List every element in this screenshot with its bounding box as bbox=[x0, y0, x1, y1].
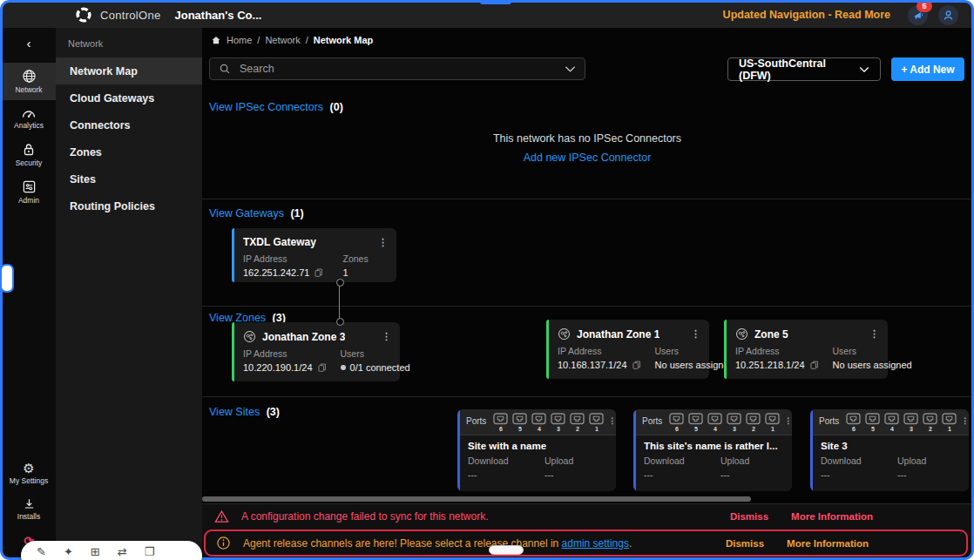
copy-icon[interactable] bbox=[314, 267, 323, 278]
rail-item-network[interactable]: Network bbox=[2, 63, 56, 100]
site-accent-bar bbox=[457, 409, 460, 491]
zone-ip: 10.251.218.1/24 bbox=[735, 360, 805, 370]
view-sites-link[interactable]: View Sites bbox=[209, 406, 260, 418]
org-name[interactable]: Jonathan's Co... bbox=[174, 9, 261, 22]
site-card[interactable]: Ports 6 5 4 3 2 1 ⋮ Site 3 Download Uplo… bbox=[810, 409, 969, 491]
sidebar-item-cloud-gateways[interactable]: Cloud Gateways bbox=[56, 84, 202, 111]
rail-item-admin[interactable]: Admin bbox=[2, 173, 56, 211]
kebab-menu-icon[interactable]: ⋮ bbox=[382, 332, 391, 341]
more-information-button[interactable]: More Information bbox=[787, 538, 869, 549]
selection-handle-left[interactable] bbox=[0, 264, 14, 293]
download-label: Download bbox=[468, 455, 544, 466]
collapse-sidebar-button[interactable]: ‹ bbox=[2, 28, 56, 56]
chevron-down-icon[interactable] bbox=[565, 65, 576, 73]
top-bar: ControlOne Jonathan's Co... Updated Navi… bbox=[2, 2, 972, 28]
ports-label: Ports bbox=[642, 416, 662, 426]
gateways-count: (1) bbox=[290, 207, 303, 219]
gateway-card[interactable]: TXDL Gateway ⋮ IP Address Zones 162.251.… bbox=[232, 228, 396, 282]
rail-item-installs[interactable]: Installs bbox=[17, 491, 40, 527]
section-divider bbox=[202, 396, 972, 397]
updated-navigation-link[interactable]: Updated Navigation - Read More bbox=[723, 9, 890, 21]
rail-label: Installs bbox=[17, 512, 40, 521]
ethernet-port-icon: 1 bbox=[942, 413, 957, 432]
gateway-accent-bar bbox=[232, 228, 234, 282]
copy-icon[interactable] bbox=[809, 360, 819, 370]
selection-handle-top[interactable] bbox=[480, 0, 511, 4]
kebab-menu-icon[interactable]: ⋮ bbox=[784, 416, 792, 425]
user-account-button[interactable] bbox=[938, 5, 958, 25]
warning-triangle-icon bbox=[214, 509, 229, 523]
add-new-button[interactable]: + Add New bbox=[891, 57, 964, 81]
upload-value: --- bbox=[720, 469, 783, 480]
gateway-name: TXDL Gateway bbox=[243, 236, 316, 248]
ipsec-count: (0) bbox=[330, 101, 343, 113]
copy-icon[interactable] bbox=[632, 360, 641, 370]
kebab-menu-icon[interactable]: ⋮ bbox=[869, 329, 879, 339]
users-label: Users bbox=[655, 346, 734, 356]
ethernet-port-icon: 5 bbox=[865, 413, 880, 432]
ip-address-label: IP Address bbox=[735, 346, 819, 356]
zone-card[interactable]: Zone 5 ⋮ IP Address Users 10.251.218.1/2… bbox=[724, 320, 888, 379]
dismiss-button[interactable]: Dismiss bbox=[730, 511, 768, 522]
zone-ip: 10.220.190.1/24 bbox=[243, 362, 313, 373]
rail-item-my-settings[interactable]: ⚙ My Settings bbox=[10, 455, 48, 491]
zone-icon bbox=[558, 327, 571, 341]
chevron-down-icon bbox=[859, 66, 869, 73]
zone-users: No users assigned bbox=[655, 360, 734, 370]
kebab-menu-icon[interactable]: ⋮ bbox=[691, 329, 700, 339]
rail-label: Analytics bbox=[14, 121, 44, 130]
gear-icon: ⚙ bbox=[23, 462, 34, 475]
selection-handle-bottom[interactable] bbox=[489, 545, 524, 555]
notifications-button[interactable]: 5 bbox=[908, 5, 928, 25]
sidebar-item-network-map[interactable]: Network Map bbox=[56, 57, 202, 84]
rail-item-security[interactable]: Security bbox=[2, 136, 56, 173]
site-ports-row: Ports 6 5 4 3 2 1 ⋮ bbox=[633, 409, 792, 435]
view-gateways-link[interactable]: View Gateways bbox=[209, 207, 284, 219]
crop-icon[interactable]: ⊞ bbox=[91, 545, 100, 558]
copy-icon[interactable] bbox=[317, 362, 327, 373]
breadcrumb-separator: / bbox=[257, 35, 260, 45]
admin-settings-link[interactable]: admin settings bbox=[562, 537, 629, 550]
draw-pen-icon[interactable]: ✎ bbox=[37, 545, 46, 558]
sidebar-item-sites[interactable]: Sites bbox=[56, 165, 202, 192]
release-channel-banner: Agent release channels are here! Please … bbox=[204, 530, 968, 557]
view-ipsec-connectors-link[interactable]: View IPSec Connectors bbox=[209, 101, 323, 113]
windows-icon[interactable]: ❐ bbox=[145, 545, 155, 558]
sidebar-item-zones[interactable]: Zones bbox=[56, 138, 202, 165]
zone-card[interactable]: Jonathan Zone 3 ⋮ IP Address Users 10.22… bbox=[232, 322, 400, 381]
ip-address-label: IP Address bbox=[243, 348, 327, 359]
region-dropdown[interactable]: US-SouthCentral (DFW) bbox=[727, 57, 881, 81]
kebab-menu-icon[interactable]: ⋮ bbox=[378, 238, 388, 247]
horizontal-scrollbar[interactable] bbox=[202, 496, 751, 502]
ethernet-port-icon: 5 bbox=[512, 413, 527, 432]
rail-item-analytics[interactable]: Analytics bbox=[2, 100, 56, 136]
kebab-menu-icon[interactable]: ⋮ bbox=[608, 416, 616, 425]
gauge-icon bbox=[21, 106, 37, 119]
more-information-button[interactable]: More Information bbox=[791, 511, 873, 522]
site-ports-row: Ports 6 5 4 3 2 1 ⋮ bbox=[810, 409, 969, 435]
sync-error-banner: A configuration change failed to sync fo… bbox=[202, 506, 972, 527]
sidebar-item-routing-policies[interactable]: Routing Policies bbox=[56, 192, 202, 219]
sparkle-icon[interactable]: ✦ bbox=[64, 545, 73, 558]
breadcrumb-home[interactable]: Home bbox=[227, 35, 252, 45]
site-card[interactable]: Ports 6 5 4 3 2 1 ⋮ This site's name is … bbox=[633, 409, 792, 491]
sidebar-item-connectors[interactable]: Connectors bbox=[56, 111, 202, 138]
zone-card[interactable]: Jonathan Zone 1 ⋮ IP Address Users 10.16… bbox=[546, 320, 709, 379]
site-card[interactable]: Ports 6 5 4 3 2 1 ⋮ Site with a name Dow… bbox=[457, 409, 616, 491]
search-input[interactable] bbox=[238, 62, 558, 76]
annotation-toolbar[interactable]: ✎ ✦ ⊞ ⇄ ❐ bbox=[21, 541, 202, 560]
upload-label: Upload bbox=[720, 455, 783, 466]
rail-label: My Settings bbox=[10, 476, 48, 485]
kebab-menu-icon[interactable]: ⋮ bbox=[961, 416, 969, 425]
upload-label: Upload bbox=[544, 455, 607, 466]
dismiss-button[interactable]: Dismiss bbox=[726, 538, 764, 549]
add-ipsec-connector-link[interactable]: Add new IPSec Connector bbox=[202, 152, 972, 164]
arrows-icon[interactable]: ⇄ bbox=[118, 545, 127, 558]
breadcrumb-network[interactable]: Network bbox=[265, 35, 300, 45]
upload-value: --- bbox=[897, 469, 960, 480]
zone-name: Jonathan Zone 1 bbox=[577, 328, 659, 341]
site-name: Site with a name bbox=[468, 441, 607, 451]
download-label: Download bbox=[821, 455, 897, 466]
breadcrumb-separator: / bbox=[306, 35, 308, 45]
ethernet-port-icon: 4 bbox=[884, 413, 899, 432]
